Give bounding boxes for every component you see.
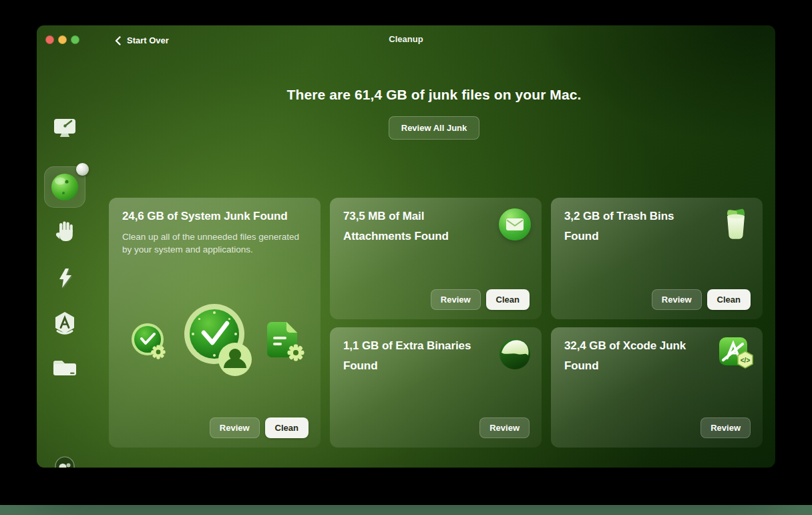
monitor-gauge-icon <box>53 118 77 139</box>
lightning-icon <box>55 266 75 290</box>
titlebar: Start Over Cleanup <box>37 25 775 55</box>
trash-bin-icon <box>720 208 752 240</box>
review-button[interactable]: Review <box>210 417 260 438</box>
card-actions: Review <box>700 417 751 438</box>
review-button[interactable]: Review <box>652 289 702 310</box>
big-clock-user-icon <box>184 303 257 383</box>
window-title: Cleanup <box>37 34 775 44</box>
desktop-background: Start Over Cleanup <box>0 0 812 515</box>
card-title: 73,5 MB of Mail Attachments Found <box>343 206 489 246</box>
app-seal-icon <box>53 311 77 337</box>
card-actions: Review Clean <box>210 417 309 438</box>
binaries-orb-icon <box>499 338 531 370</box>
cleanup-selected-tile <box>44 166 85 208</box>
clean-button[interactable]: Clean <box>707 289 751 310</box>
xcode-icon: </> <box>717 335 755 373</box>
card-actions: Review Clean <box>652 289 751 310</box>
review-button[interactable]: Review <box>431 289 481 310</box>
sidebar-footer-assistant[interactable] <box>37 456 93 468</box>
card-title: 32,4 GB of Xcode Junk Found <box>564 336 710 376</box>
card-description: Clean up all of the unneeded files gener… <box>122 230 307 256</box>
clean-button[interactable]: Clean <box>265 417 309 438</box>
card-title: 24,6 GB of System Junk Found <box>122 206 321 226</box>
card-trash-bins[interactable]: 3,2 GB of Trash Bins Found Review Clean <box>551 198 763 319</box>
clean-button[interactable]: Clean <box>486 289 530 310</box>
assistant-orb-icon <box>54 456 75 468</box>
junk-cards-grid: 24,6 GB of System Junk Found Clean up al… <box>109 198 763 448</box>
card-title: 1,1 GB of Extra Binaries Found <box>343 336 489 376</box>
app-window: Start Over Cleanup <box>37 25 775 468</box>
card-xcode-junk[interactable]: 32,4 GB of Xcode Junk Found </> Review <box>551 327 763 448</box>
document-gear-icon <box>262 318 311 370</box>
sidebar-item-protection[interactable] <box>37 220 93 242</box>
card-system-junk[interactable]: 24,6 GB of System Junk Found Clean up al… <box>109 198 321 448</box>
review-button[interactable]: Review <box>700 417 751 438</box>
folder-icon <box>52 357 77 377</box>
card-title: 3,2 GB of Trash Bins Found <box>564 206 710 246</box>
card-mail-attachments[interactable]: 73,5 MB of Mail Attachments Found Review… <box>330 198 542 319</box>
review-all-junk-button[interactable]: Review All Junk <box>389 116 480 140</box>
junk-summary-heading: There are 61,4 GB of junk files on your … <box>93 87 775 103</box>
sidebar <box>37 55 93 468</box>
cleanup-status-badge <box>76 163 89 176</box>
small-clock-gear-icon <box>128 321 173 366</box>
sidebar-item-applications[interactable] <box>37 311 93 337</box>
clocks-and-documents-illustration <box>109 303 321 397</box>
desktop-edge-strip <box>0 505 812 515</box>
sidebar-item-my-clutter[interactable] <box>37 357 93 377</box>
sidebar-item-smart-care[interactable] <box>37 118 93 139</box>
sidebar-item-cleanup[interactable] <box>37 166 93 208</box>
card-actions: Review Clean <box>431 289 530 310</box>
sidebar-item-performance[interactable] <box>37 266 93 290</box>
card-actions: Review <box>479 417 530 438</box>
cleanup-orb-icon <box>50 172 79 202</box>
mail-icon <box>499 208 531 240</box>
hero-section: There are 61,4 GB of junk files on your … <box>93 87 775 140</box>
card-extra-binaries[interactable]: 1,1 GB of Extra Binaries Found Review <box>330 327 542 448</box>
svg-text:</>: </> <box>741 357 751 364</box>
hand-icon <box>53 220 76 242</box>
review-button[interactable]: Review <box>479 417 530 438</box>
